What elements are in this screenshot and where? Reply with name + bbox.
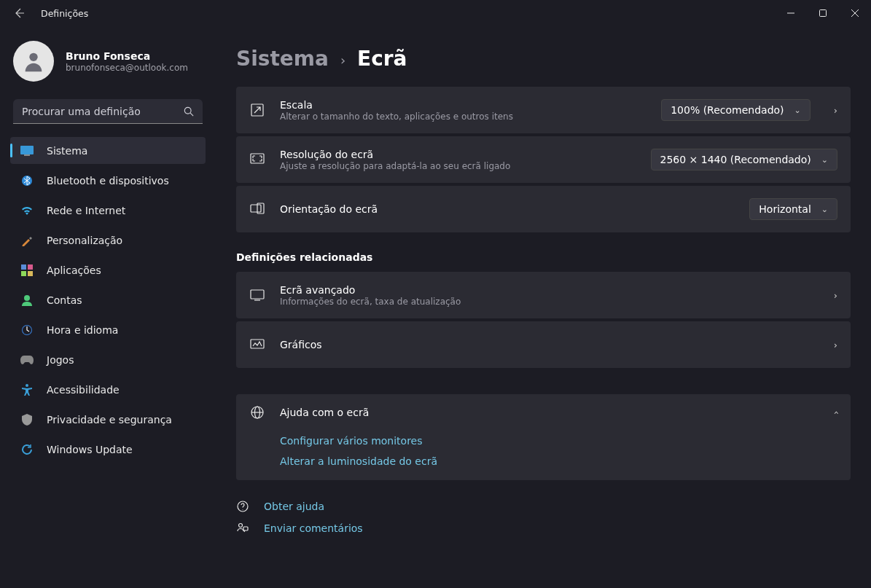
setting-title: Resolução do ecrã: [280, 149, 636, 160]
chevron-right-icon[interactable]: ›: [834, 105, 837, 116]
profile-section[interactable]: Bruno Fonseca brunofonseca@outlook.com: [0, 26, 216, 99]
dropdown-value: Horizontal: [759, 203, 811, 215]
main-content: Sistema › Ecrã Escala Alterar o tamanho …: [219, 26, 871, 588]
related-header: Definições relacionadas: [236, 251, 851, 263]
setting-advanced-display[interactable]: Ecrã avançado Informações do ecrã, taxa …: [236, 272, 851, 318]
chevron-right-icon: ›: [834, 340, 837, 350]
profile-name: Bruno Fonseca: [66, 50, 188, 62]
svg-point-17: [26, 384, 28, 387]
setting-title: Gráficos: [280, 339, 811, 350]
svg-rect-24: [251, 340, 264, 348]
nav-item-privacidade[interactable]: Privacidade e segurança: [10, 406, 206, 433]
setting-title: Ecrã avançado: [280, 284, 811, 296]
nav-item-rede[interactable]: Rede e Internet: [10, 197, 206, 224]
accounts-icon: [20, 294, 34, 307]
nav-label: Contas: [47, 294, 82, 306]
svg-point-29: [239, 524, 243, 528]
svg-rect-11: [28, 264, 33, 270]
nav-item-windows-update[interactable]: Windows Update: [10, 436, 206, 463]
nav-item-bluetooth[interactable]: Bluetooth e dispositivos: [10, 167, 206, 194]
search-box[interactable]: [13, 99, 203, 124]
bluetooth-icon: [20, 174, 34, 187]
close-button[interactable]: [839, 1, 871, 25]
network-icon: [20, 204, 34, 217]
nav: Sistema Bluetooth e dispositivos Rede e …: [0, 137, 216, 463]
setting-title: Escala: [280, 99, 647, 111]
graphics-icon: [249, 339, 265, 350]
minimize-button[interactable]: [775, 1, 807, 25]
chevron-down-icon: ⌄: [794, 106, 801, 115]
nav-item-hora[interactable]: Hora e idioma: [10, 316, 206, 343]
resolution-dropdown[interactable]: 2560 × 1440 (Recomendado) ⌄: [651, 149, 838, 170]
setting-scale[interactable]: Escala Alterar o tamanho do texto, aplic…: [236, 87, 851, 133]
sidebar: Bruno Fonseca brunofonseca@outlook.com S…: [0, 26, 219, 588]
nav-item-jogos[interactable]: Jogos: [10, 346, 206, 373]
search-icon: [184, 106, 194, 117]
get-help-link[interactable]: Obter ajuda: [236, 501, 851, 512]
back-button[interactable]: [13, 7, 25, 19]
monitor-icon: [249, 289, 265, 301]
svg-rect-12: [21, 271, 26, 276]
time-icon: [20, 324, 34, 337]
nav-label: Aplicações: [47, 264, 101, 276]
dropdown-value: 100% (Recomendado): [671, 104, 784, 116]
update-icon: [20, 443, 34, 456]
orientation-dropdown[interactable]: Horizontal ⌄: [749, 198, 837, 220]
orientation-icon: [249, 203, 265, 216]
chevron-right-icon: ›: [340, 52, 345, 68]
breadcrumb-parent[interactable]: Sistema: [236, 47, 329, 71]
chevron-down-icon: ⌄: [821, 205, 828, 214]
nav-item-contas[interactable]: Contas: [10, 286, 206, 313]
svg-rect-13: [28, 271, 33, 276]
titlebar: Definições: [0, 0, 871, 26]
scale-dropdown[interactable]: 100% (Recomendado) ⌄: [661, 99, 811, 121]
dropdown-value: 2560 × 1440 (Recomendado): [660, 154, 811, 165]
accessibility-icon: [20, 383, 34, 396]
svg-point-4: [29, 53, 37, 61]
help-icon: [236, 501, 249, 512]
search-input[interactable]: [22, 106, 184, 117]
globe-icon: [249, 406, 265, 419]
help-link-monitors[interactable]: Configurar vários monitores: [280, 435, 837, 447]
svg-rect-1: [820, 10, 827, 17]
svg-rect-10: [21, 264, 26, 270]
breadcrumb: Sistema › Ecrã: [236, 47, 851, 71]
nav-label: Jogos: [47, 354, 74, 366]
nav-item-personalizacao[interactable]: Personalização: [10, 227, 206, 254]
svg-rect-30: [243, 527, 248, 530]
nav-label: Privacidade e segurança: [47, 414, 172, 426]
setting-desc: Alterar o tamanho do texto, aplicações e…: [280, 111, 647, 122]
profile-email: brunofonseca@outlook.com: [66, 63, 188, 73]
setting-orientation[interactable]: Orientação do ecrã Horizontal ⌄: [236, 186, 851, 232]
feedback-icon: [236, 522, 249, 534]
chevron-up-icon: ›: [830, 410, 841, 414]
nav-item-aplicacoes[interactable]: Aplicações: [10, 256, 206, 283]
scale-icon: [249, 103, 265, 117]
help-link-brightness[interactable]: Alterar a luminosidade do ecrã: [280, 455, 837, 467]
svg-rect-8: [24, 154, 30, 156]
svg-rect-7: [20, 146, 34, 154]
nav-label: Hora e idioma: [47, 324, 118, 336]
svg-rect-22: [251, 290, 264, 299]
setting-graphics[interactable]: Gráficos ›: [236, 321, 851, 368]
setting-resolution[interactable]: Resolução do ecrã Ajuste a resolução par…: [236, 136, 851, 183]
feedback-link[interactable]: Enviar comentários: [236, 522, 851, 534]
svg-point-5: [184, 107, 191, 114]
nav-label: Personalização: [47, 235, 122, 246]
window-title: Definições: [41, 8, 88, 19]
nav-label: Windows Update: [47, 444, 133, 455]
nav-label: Bluetooth e dispositivos: [47, 175, 169, 187]
svg-line-6: [190, 113, 193, 116]
nav-label: Rede e Internet: [47, 205, 125, 216]
resolution-icon: [249, 153, 265, 166]
help-section: Ajuda com o ecrã › Configurar vários mon…: [236, 394, 851, 480]
chevron-right-icon: ›: [834, 290, 837, 301]
nav-item-acessibilidade[interactable]: Acessibilidade: [10, 376, 206, 403]
nav-item-sistema[interactable]: Sistema: [10, 137, 206, 164]
help-header[interactable]: Ajuda com o ecrã ›: [236, 394, 851, 431]
maximize-button[interactable]: [807, 1, 839, 25]
page-title: Ecrã: [357, 47, 407, 71]
gaming-icon: [20, 353, 34, 366]
svg-rect-20: [251, 205, 261, 212]
system-icon: [20, 144, 34, 157]
